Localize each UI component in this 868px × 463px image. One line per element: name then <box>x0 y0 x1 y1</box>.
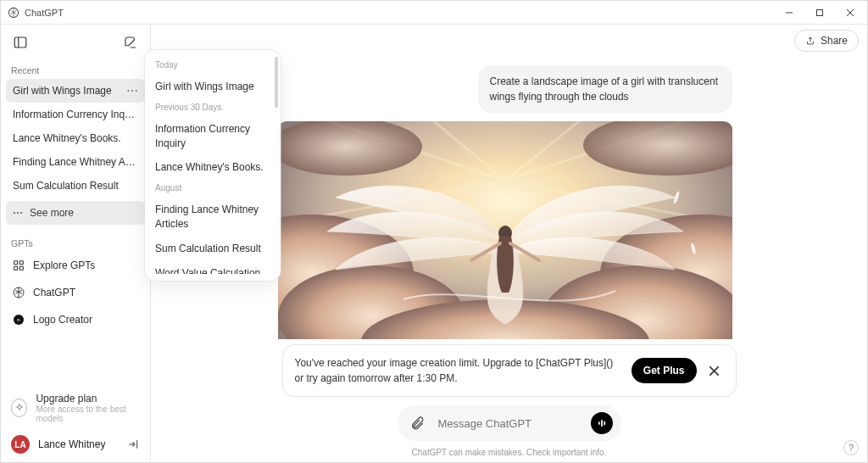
gpt-row-label: Explore GPTs <box>33 259 95 271</box>
popover-item[interactable]: Word Value Calculation <box>152 261 274 274</box>
sidebar-item-label: Girl with Wings Image <box>13 85 121 97</box>
sidebar-item-label: Finding Lance Whitney Articles <box>13 156 138 168</box>
user-message-text: Create a landscape image of a girl with … <box>490 75 718 103</box>
svg-rect-3 <box>14 261 18 265</box>
limit-text: You've reached your image creation limit… <box>295 355 623 386</box>
user-message-bubble: Create a landscape image of a girl with … <box>478 65 732 113</box>
gpt-row-label: Logo Creator <box>33 314 92 326</box>
window-titlebar: ChatGPT <box>1 1 867 25</box>
avatar: LA <box>11 435 30 454</box>
upgrade-plan-button[interactable]: Upgrade plan More access to the best mod… <box>1 384 150 428</box>
sidebar-item-info-currency[interactable]: Information Currency Inquiry <box>6 103 145 126</box>
grid-icon <box>11 258 26 273</box>
popover-item[interactable]: Girl with Wings Image <box>152 75 274 99</box>
svg-rect-1 <box>817 9 823 15</box>
sidebar-item-sum[interactable]: Sum Calculation Result <box>6 174 145 198</box>
svg-rect-2 <box>14 37 26 47</box>
popover-item[interactable]: Lance Whitney's Books. <box>152 155 274 180</box>
more-icon: ⋯ <box>13 207 23 219</box>
sidebar: Recent Girl with Wings Image ⋯ Informati… <box>1 25 151 462</box>
get-plus-button[interactable]: Get Plus <box>632 358 697 383</box>
composer[interactable] <box>398 405 621 441</box>
collapse-sidebar-icon[interactable] <box>9 31 31 53</box>
open-sidebar-icon[interactable] <box>126 438 140 451</box>
sidebar-item-girl-with-wings[interactable]: Girl with Wings Image ⋯ <box>6 79 145 103</box>
window-minimize-button[interactable] <box>774 1 804 25</box>
sidebar-item-label: Sum Calculation Result <box>13 180 138 192</box>
popover-item[interactable]: Sum Calculation Result <box>152 237 274 261</box>
user-name: Lance Whitney <box>38 438 118 450</box>
window-close-button[interactable] <box>835 1 865 25</box>
disclaimer-text: ChatGPT can make mistakes. Check importa… <box>151 446 867 462</box>
sidebar-item-label: Lance Whitney's Books. <box>13 132 138 144</box>
see-more-label: See more <box>30 207 74 219</box>
message-input[interactable] <box>437 416 582 431</box>
gpt-row-label: ChatGPT <box>33 287 75 298</box>
logo-creator-icon: n <box>11 312 26 327</box>
sparkle-icon <box>11 399 27 417</box>
new-chat-icon[interactable] <box>120 31 142 53</box>
svg-rect-30 <box>601 420 603 427</box>
svg-text:n: n <box>17 317 19 322</box>
svg-rect-4 <box>19 261 23 265</box>
popover-section-august: August <box>152 180 274 198</box>
limit-notice: You've reached your image creation limit… <box>282 344 737 397</box>
openai-icon <box>11 285 26 300</box>
attach-icon[interactable] <box>406 412 428 434</box>
share-label: Share <box>821 35 848 47</box>
user-menu-button[interactable]: LA Lance Whitney <box>1 428 150 462</box>
help-button[interactable]: ? <box>843 440 859 455</box>
history-popover: Today Girl with Wings Image Previous 30 … <box>145 50 281 281</box>
generated-image[interactable] <box>278 121 732 339</box>
svg-rect-31 <box>604 421 605 426</box>
sidebar-item-articles[interactable]: Finding Lance Whitney Articles <box>6 150 145 174</box>
popover-section-today: Today <box>152 57 274 75</box>
dismiss-notice-button[interactable] <box>705 361 724 380</box>
popover-item[interactable]: Finding Lance Whitney Articles <box>152 198 274 237</box>
app-icon <box>8 7 19 19</box>
recent-section-label: Recent <box>1 60 150 79</box>
popover-section-prev30: Previous 30 Days <box>152 99 274 117</box>
gpt-row-explore[interactable]: Explore GPTs <box>1 252 150 279</box>
voice-icon[interactable] <box>591 412 613 434</box>
svg-rect-5 <box>14 266 18 270</box>
sidebar-item-label: Information Currency Inquiry <box>13 109 138 120</box>
upgrade-subtitle: More access to the best models <box>36 404 140 423</box>
get-plus-label: Get Plus <box>643 365 685 377</box>
window-maximize-button[interactable] <box>804 1 835 25</box>
upgrade-title: Upgrade plan <box>36 393 140 404</box>
gpts-section-label: GPTs <box>1 233 150 252</box>
gpt-row-chatgpt[interactable]: ChatGPT <box>1 279 150 306</box>
share-icon <box>805 36 815 46</box>
popover-item[interactable]: Information Currency Inquiry <box>152 117 274 156</box>
scrollbar-thumb[interactable] <box>275 57 278 108</box>
sidebar-item-books[interactable]: Lance Whitney's Books. <box>6 126 145 150</box>
more-icon[interactable]: ⋯ <box>126 85 138 97</box>
svg-rect-29 <box>598 421 599 425</box>
share-button[interactable]: Share <box>794 30 859 52</box>
see-more-button[interactable]: ⋯ See more <box>6 201 145 225</box>
gpt-row-logo[interactable]: n Logo Creator <box>1 306 150 333</box>
window-title: ChatGPT <box>25 8 64 18</box>
svg-rect-6 <box>19 266 23 270</box>
